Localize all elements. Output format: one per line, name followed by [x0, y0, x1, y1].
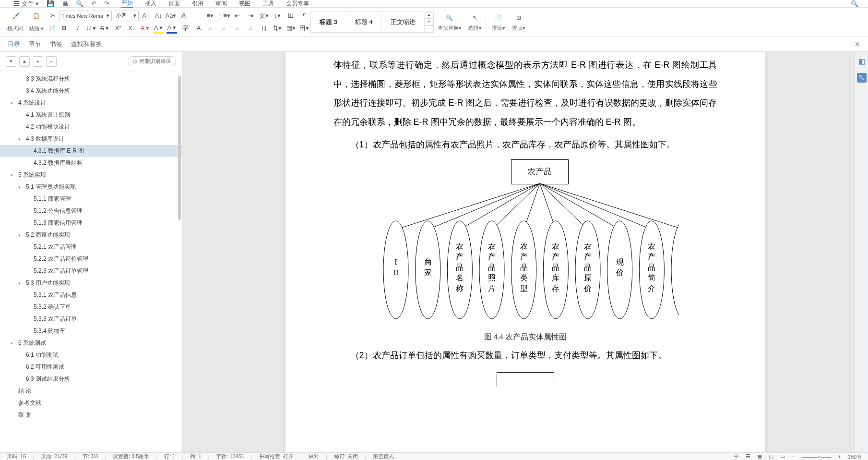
toc-item[interactable]: 4.3.1 数据库 E-R 图 [0, 145, 182, 157]
phonetic-icon[interactable]: 字 [180, 23, 190, 34]
align-right-icon[interactable]: ≡ [232, 23, 242, 34]
toc-item[interactable]: 5.2.2 农产品评价管理 [0, 253, 182, 265]
toc-item[interactable]: 5.1.2 公告信息管理 [0, 205, 182, 217]
style-heading4[interactable]: 标题 4 [346, 12, 382, 32]
shrink-font-icon[interactable]: A↓ [153, 11, 164, 21]
indent-dec-icon[interactable]: ⇤ [232, 11, 242, 21]
toc-item[interactable]: 5.1.3 商家信用管理 [0, 217, 182, 229]
font-name-combo[interactable]: Times New Roma▾ [59, 11, 112, 21]
tab-page[interactable]: 页面 [168, 0, 180, 8]
toc-item[interactable]: 4.2 功能模块设计 [0, 121, 182, 133]
toc-item[interactable]: 5.2.1 农产品管理 [0, 241, 182, 253]
toc-item[interactable]: 6.3 测试结果分析 [0, 373, 182, 385]
font-color-icon[interactable]: A ▾ [166, 23, 177, 34]
shading-icon[interactable]: ▦▾ [285, 23, 296, 34]
file-menu[interactable]: ☰ 文件 ▾ [13, 0, 39, 8]
text-direction-icon[interactable]: 文▾ [259, 11, 269, 21]
toc-item[interactable]: ▾6 系统测试 [0, 337, 182, 349]
toc-item[interactable]: 5.3.1 农产品信息 [0, 289, 182, 301]
status-pages[interactable]: 页面: 21/39 [41, 453, 68, 460]
layout-icon[interactable]: 📄 [493, 12, 504, 24]
tab-tools[interactable]: 工具 [262, 0, 274, 8]
toc-scrollbar[interactable] [178, 76, 181, 220]
toc-item[interactable]: 6.1 功能测试 [0, 349, 182, 361]
tab-reference[interactable]: 引用 [192, 0, 203, 8]
subscript-icon[interactable]: X₂ [126, 23, 137, 34]
char-border-icon[interactable]: A [193, 23, 204, 34]
toc-item[interactable]: 4.3.2 数据库表结构 [0, 157, 182, 169]
styles-expand-icon[interactable]: ⋯ [425, 25, 433, 32]
find-label[interactable]: 查找替换▾ [438, 24, 462, 32]
zoom-out-icon[interactable]: − [792, 454, 795, 460]
toc-item[interactable]: 参考文献 [0, 397, 182, 409]
style-body-indent[interactable]: 正文缩进 [382, 12, 425, 32]
underline-icon[interactable]: U ▾ [86, 23, 96, 34]
toc-item[interactable]: 3.4 系统功能分析 [0, 85, 182, 97]
search-icon[interactable]: 🔍 [851, 0, 858, 7]
redo-icon[interactable]: ↷ [104, 0, 109, 7]
zoom-level[interactable]: 150% [848, 454, 861, 460]
status-col[interactable]: 列: 1 [190, 453, 201, 460]
find-icon[interactable]: 🔍 [444, 12, 455, 24]
edge-settings-icon[interactable]: ◧ [857, 57, 867, 66]
status-proof[interactable]: 校对 [309, 453, 319, 460]
zoom-in-icon[interactable]: + [838, 454, 841, 460]
show-marks-icon[interactable]: ¶ [299, 11, 309, 21]
change-case-icon[interactable]: Aa▾ [166, 11, 176, 21]
select-icon[interactable]: ↖ [469, 12, 481, 24]
view-mode-1-icon[interactable]: ☰ [746, 453, 750, 460]
toc-item[interactable]: 5.3.2 确认下单 [0, 301, 182, 313]
print-icon[interactable]: 🖶 [62, 0, 68, 7]
tab-insert[interactable]: 插入 [145, 0, 156, 8]
add-item-icon[interactable]: + [33, 56, 43, 67]
status-spell[interactable]: 拼写检查: 打开 [259, 453, 294, 460]
select-label[interactable]: 选择▾ [468, 24, 482, 32]
toc-item[interactable]: 致 谢 [0, 409, 182, 421]
copy-icon[interactable]: 📄 [47, 24, 57, 34]
borders-icon[interactable]: 田▾ [299, 23, 309, 34]
arrange-icon[interactable]: ⊞ [513, 12, 524, 24]
para-spacing-icon[interactable]: ⇅▾ [272, 23, 283, 34]
paragraph[interactable]: （2）农产品订单包括的属性有购买数量，订单类型，支付类型等。其属性图如下。 [333, 346, 717, 365]
save-icon[interactable]: 💾 [47, 0, 54, 7]
paragraph[interactable]: （1）农产品包括的属性有农产品照片，农产品库存，农产品原价等。其属性图如下。 [333, 135, 717, 155]
toc-item[interactable]: 5.3.3 农产品订单 [0, 313, 182, 325]
style-heading3[interactable]: 标题 3 [311, 12, 346, 32]
tab-review[interactable]: 审阅 [215, 0, 227, 8]
status-line[interactable]: 行: 1 [164, 453, 175, 460]
collapse-all-icon[interactable]: ▴ [19, 56, 30, 67]
grow-font-icon[interactable]: A↑ [141, 11, 151, 21]
tab-bookmarks[interactable]: 书签 [50, 40, 62, 48]
numbering-icon[interactable]: ⋮≡▾ [218, 11, 229, 21]
toc-item[interactable]: 5.2.3 农产品订单管理 [0, 265, 182, 277]
toc-item[interactable]: 3.3 系统流程分析 [0, 73, 182, 85]
toc-item[interactable]: ▾4 系统设计 [0, 97, 182, 109]
smart-toc-button[interactable]: ◷ 智能识别目录 [128, 56, 176, 66]
bullets-icon[interactable]: ≡▾ [205, 11, 215, 21]
tab-chapters[interactable]: 章节 [29, 40, 41, 48]
toc-list[interactable]: 3.3 系统流程分析3.4 系统功能分析▾4 系统设计4.1 系统设计原则4.2… [0, 71, 182, 452]
status-lang[interactable]: 中 [734, 453, 739, 460]
font-size-combo[interactable]: 小四▾ [114, 11, 139, 21]
toc-item[interactable]: ▾4.3 数据库设计 [0, 133, 182, 145]
toc-item[interactable]: ▾5.1 管理员功能实现 [0, 181, 182, 193]
format-painter-icon[interactable]: 🖌️ [10, 10, 22, 22]
text-effect-icon[interactable]: A ▾ [140, 23, 150, 34]
toc-item[interactable]: ▾5.3 用户功能实现 [0, 277, 182, 289]
status-comments[interactable]: 修订: 关闭 [334, 453, 358, 460]
highlight-icon[interactable]: A ▾ [153, 23, 164, 34]
italic-icon[interactable]: I [72, 23, 83, 34]
styles-down-icon[interactable]: ▾ [425, 19, 433, 25]
paste-label[interactable]: 粘贴 ▾ [29, 25, 44, 32]
styles-up-icon[interactable]: ▴ [425, 12, 433, 19]
toc-item[interactable]: 6.2 可用性测试 [0, 361, 182, 373]
view-mode-4-icon[interactable]: ▭ [780, 453, 785, 460]
toc-item[interactable]: 结 论 [0, 385, 182, 397]
toc-item[interactable]: 4.1 系统设计原则 [0, 109, 182, 121]
bold-icon[interactable]: B [59, 23, 70, 34]
edge-tool-icon[interactable]: ✎ [857, 73, 867, 83]
paragraph[interactable]: 体特征，联系等进行确定，然后通过概念模型的表示方法即 E-R 图进行表达，在 E… [333, 56, 717, 132]
view-mode-2-icon[interactable]: ▦ [757, 453, 762, 460]
undo-icon[interactable]: ↶ [91, 0, 96, 7]
tab-member[interactable]: 会员专享 [286, 0, 309, 8]
